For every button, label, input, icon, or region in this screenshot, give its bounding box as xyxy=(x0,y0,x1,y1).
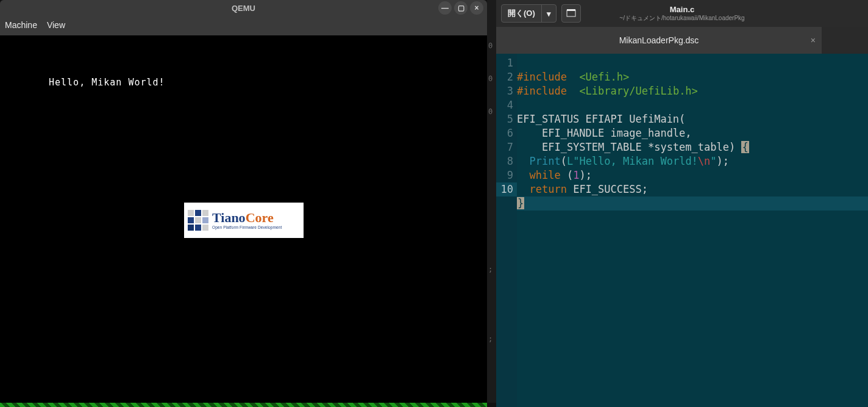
close-button[interactable]: × xyxy=(470,1,483,15)
editor-area[interactable]: 1 2 3 4 5 6 7 8 9 10 #include <Uefi.h> #… xyxy=(496,54,868,407)
qemu-titlebar[interactable]: QEMU — ▢ × xyxy=(0,0,487,16)
tab-label: MikanLoaderPkg.dsc xyxy=(619,35,699,45)
qemu-output-text: Hello, Mikan World! xyxy=(49,77,165,88)
gedit-path: ~/ドキュメント/hotarukawaii/MikanLoaderPkg xyxy=(619,14,744,23)
menu-machine[interactable]: Machine xyxy=(5,20,37,30)
qemu-menubar: Machine View xyxy=(0,16,487,34)
tianocore-subtitle: Open Platform Firmware Development xyxy=(212,226,282,230)
svg-rect-9 xyxy=(567,10,575,16)
svg-rect-4 xyxy=(195,217,201,223)
gedit-title: Main.c xyxy=(670,5,694,14)
tab-mikanloaderpkg[interactable]: MikanLoaderPkg.dsc × xyxy=(496,27,822,54)
maximize-button[interactable]: ▢ xyxy=(454,1,468,15)
svg-rect-6 xyxy=(188,225,194,231)
menu-view[interactable]: View xyxy=(47,20,65,30)
line-number: 2 xyxy=(496,70,517,84)
qemu-display: Hello, Mikan World! xyxy=(0,35,487,403)
svg-rect-0 xyxy=(188,210,194,216)
maximize-icon: ▢ xyxy=(458,4,464,12)
bg-glyph: 0 xyxy=(488,107,493,116)
open-button[interactable]: 開く(O) xyxy=(502,5,541,22)
line-number: 8 xyxy=(496,154,517,168)
new-tab-button[interactable] xyxy=(561,4,581,23)
close-icon: × xyxy=(474,4,478,12)
minimize-button[interactable]: — xyxy=(438,1,452,15)
tianocore-grid-icon xyxy=(188,210,208,231)
svg-rect-8 xyxy=(202,225,208,231)
bg-glyph: 0 xyxy=(488,74,493,83)
tab-close-button[interactable]: × xyxy=(811,35,816,45)
line-number: 1 xyxy=(496,56,517,70)
line-number: 10 xyxy=(496,182,517,196)
gedit-tabbar: MikanLoaderPkg.dsc × xyxy=(496,27,868,54)
taskbar-strip xyxy=(0,403,487,407)
qemu-title: QEMU xyxy=(232,4,255,13)
svg-rect-7 xyxy=(195,225,201,231)
line-number: 5 xyxy=(496,112,517,126)
tianocore-logo: TianoCore Open Platform Firmware Develop… xyxy=(184,203,304,238)
open-dropdown-button[interactable]: ▾ xyxy=(542,5,556,22)
line-number: 9 xyxy=(496,168,517,182)
svg-rect-1 xyxy=(195,210,201,216)
svg-rect-2 xyxy=(202,210,208,216)
bg-glyph: ; xyxy=(488,334,493,343)
line-number: 6 xyxy=(496,126,517,140)
chevron-down-icon: ▾ xyxy=(547,9,551,18)
code-content[interactable]: #include <Uefi.h> #include <Library/Uefi… xyxy=(517,54,868,407)
tab-secondary[interactable] xyxy=(822,27,868,54)
svg-rect-5 xyxy=(202,217,208,223)
background-gap: 0 0 0 ; ; xyxy=(487,0,496,403)
svg-rect-3 xyxy=(188,217,194,223)
bg-glyph: ; xyxy=(488,265,493,273)
gedit-window: 開く(O) ▾ Main.c ~/ドキュメント/hotarukawaii/Mik… xyxy=(496,0,868,407)
open-button-group: 開く(O) ▾ xyxy=(501,4,557,23)
document-icon xyxy=(566,8,576,20)
minimize-icon: — xyxy=(441,4,449,12)
line-number: 4 xyxy=(496,98,517,112)
line-gutter: 1 2 3 4 5 6 7 8 9 10 xyxy=(496,54,517,407)
qemu-window: QEMU — ▢ × Machine View Hello, Mikan Wor… xyxy=(0,0,487,403)
bg-glyph: 0 xyxy=(488,41,493,50)
svg-rect-10 xyxy=(567,9,575,11)
tianocore-brand: TianoCore xyxy=(212,211,282,225)
line-number: 7 xyxy=(496,140,517,154)
gedit-header: 開く(O) ▾ Main.c ~/ドキュメント/hotarukawaii/Mik… xyxy=(496,0,868,27)
line-number: 3 xyxy=(496,84,517,98)
